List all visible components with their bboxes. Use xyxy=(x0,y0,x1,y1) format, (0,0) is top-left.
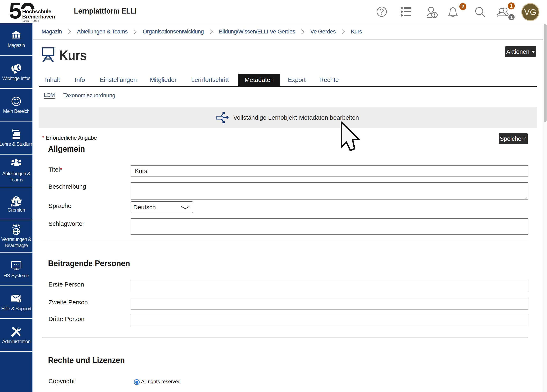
svg-text:?: ? xyxy=(18,298,21,303)
